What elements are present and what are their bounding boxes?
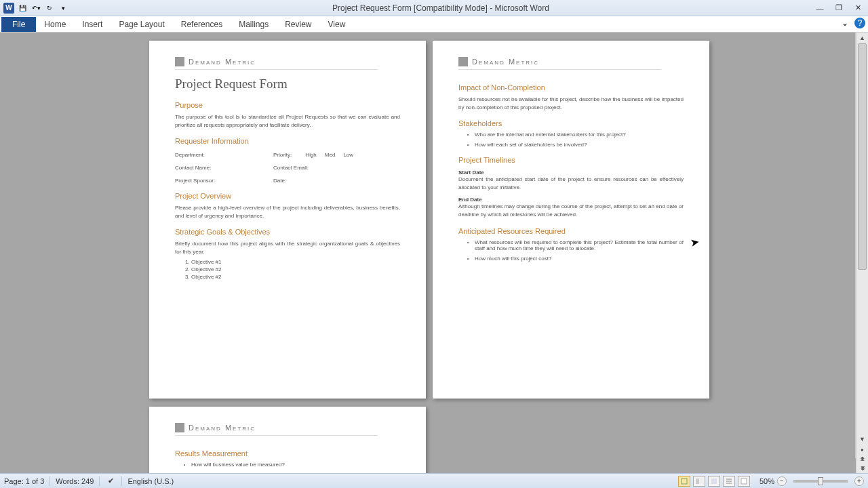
page-1[interactable]: Demand Metric Project Request Form Purpo… (149, 41, 426, 399)
results-list: How will business value be measured? (191, 462, 400, 468)
brand-header: Demand Metric (175, 423, 378, 436)
overview-body: Please provide a high-level overview of … (175, 204, 400, 220)
tab-view[interactable]: View (320, 17, 354, 32)
brand-header: Demand Metric (458, 57, 661, 70)
tab-home[interactable]: Home (36, 17, 74, 32)
zoom-level[interactable]: 50% (760, 477, 774, 485)
scroll-up-icon[interactable]: ▲ (856, 33, 868, 43)
scroll-down-icon[interactable]: ▼ (856, 434, 868, 445)
status-words[interactable]: Words: 249 (56, 477, 94, 485)
end-date-body: Although timelines may change during the… (458, 203, 684, 218)
stakeholder-q1: Who are the internal and external stakeh… (475, 131, 684, 138)
help-icon[interactable]: ? (854, 18, 865, 28)
zoom-slider[interactable] (793, 480, 848, 483)
next-page-icon[interactable]: ⯯ (856, 464, 868, 473)
undo-icon[interactable]: ↶▾ (30, 2, 42, 14)
brand-logo-icon (175, 57, 184, 66)
results-q1: How will business value be measured? (191, 462, 400, 468)
view-outline-icon[interactable] (723, 476, 735, 487)
scroll-thumb[interactable] (858, 43, 867, 270)
scroll-track[interactable] (856, 43, 868, 434)
heading-timelines: Project Timelines (458, 156, 684, 164)
view-print-layout-icon[interactable] (678, 476, 690, 487)
label-contact-email: Contact Email: (273, 165, 400, 171)
heading-results: Results Measurement (175, 449, 400, 458)
page-2[interactable]: Demand Metric Impact of Non-Completion S… (433, 41, 709, 399)
resources-q2: How much will this project cost? (475, 256, 684, 262)
window-title: Project Request Form [Compatibility Mode… (69, 3, 812, 13)
status-language[interactable]: English (U.S.) (127, 477, 174, 485)
objective-3: Objective #2 (191, 274, 400, 280)
heading-resources: Anticipated Resources Required (458, 227, 684, 235)
word-app-icon[interactable]: W (3, 2, 15, 14)
brand-text: Demand Metric (189, 424, 256, 432)
priority-high: High (305, 152, 316, 158)
ribbon-minimize-icon[interactable]: ⌄ (840, 18, 850, 28)
view-full-screen-icon[interactable] (693, 476, 705, 487)
tab-page-layout[interactable]: Page Layout (111, 17, 172, 32)
quick-access-toolbar: W 💾 ↶▾ ↻ ▾ (3, 2, 69, 14)
brand-logo-icon (175, 423, 184, 432)
label-start-date: Start Date (458, 169, 684, 176)
vertical-scrollbar[interactable]: ▲ ▼ ● ⯭ ⯯ (856, 33, 868, 473)
page-3[interactable]: Demand Metric Results Measurement How wi… (149, 407, 426, 473)
prev-page-icon[interactable]: ⯭ (856, 454, 868, 464)
proofing-icon[interactable]: ✔ (105, 476, 116, 487)
close-button[interactable]: ✕ (850, 3, 865, 14)
stakeholders-list: Who are the internal and external stakeh… (475, 131, 684, 148)
label-contact-name: Contact Name: (175, 165, 273, 171)
tab-references[interactable]: References (173, 17, 231, 32)
svg-rect-3 (711, 479, 717, 484)
heading-impact: Impact of Non-Completion (458, 83, 684, 92)
heading-strategic-goals: Strategic Goals & Objectives (175, 228, 400, 236)
tab-insert[interactable]: Insert (74, 17, 111, 32)
status-page[interactable]: Page: 1 of 3 (4, 477, 44, 485)
req-row-sponsor: Project Sponsor: Date: (175, 178, 400, 184)
req-row-dept: Department: Priority: High Med Low (175, 152, 400, 158)
zoom-slider-thumb[interactable] (818, 477, 823, 485)
purpose-body: The purpose of this tool is to standardi… (175, 113, 400, 129)
heading-requester-info: Requester Information (175, 137, 400, 145)
label-priority: Priority: High Med Low (273, 152, 400, 158)
zoom-out-button[interactable]: − (777, 476, 787, 486)
browse-object-icon[interactable]: ● (856, 445, 868, 454)
resources-q1: What resources will be required to compl… (475, 239, 684, 251)
svg-rect-2 (699, 479, 703, 484)
brand-text: Demand Metric (189, 58, 256, 66)
objectives-list: Objective #1 Objective #2 Objective #2 (191, 259, 400, 280)
save-icon[interactable]: 💾 (16, 2, 28, 14)
pages-container: Demand Metric Project Request Form Purpo… (0, 33, 856, 473)
restore-button[interactable]: ❐ (831, 3, 846, 14)
heading-project-overview: Project Overview (175, 192, 400, 200)
tab-review[interactable]: Review (277, 17, 319, 32)
label-department: Department: (175, 152, 273, 158)
tab-mailings[interactable]: Mailings (231, 17, 277, 32)
resources-list: What resources will be required to compl… (475, 239, 684, 262)
brand-logo-icon (458, 57, 468, 66)
svg-rect-1 (696, 479, 699, 484)
impact-body: Should resources not be available for th… (458, 96, 684, 111)
minimize-button[interactable]: — (812, 3, 827, 14)
zoom-in-button[interactable]: + (854, 476, 864, 486)
priority-med: Med (325, 152, 336, 158)
svg-rect-7 (741, 479, 747, 484)
view-web-layout-icon[interactable] (708, 476, 720, 487)
redo-icon[interactable]: ↻ (43, 2, 56, 14)
qat-customize-icon[interactable]: ▾ (57, 2, 69, 14)
start-date-body: Document the anticipated start date of t… (458, 176, 684, 191)
document-workspace[interactable]: ◧ Demand Metric Project Request Form Pur… (0, 33, 856, 473)
ribbon-tabs: File Home Insert Page Layout References … (0, 16, 868, 33)
doc-title: Project Request Form (175, 77, 400, 92)
view-draft-icon[interactable] (738, 476, 750, 487)
label-date: Date: (273, 178, 400, 184)
objective-2: Objective #2 (191, 266, 400, 272)
stakeholder-q2: How will each set of stakeholders be inv… (475, 142, 684, 148)
status-bar: Page: 1 of 3 Words: 249 ✔ English (U.S.)… (0, 473, 868, 488)
heading-purpose: Purpose (175, 101, 400, 109)
title-bar: W 💾 ↶▾ ↻ ▾ Project Request Form [Compati… (0, 0, 868, 16)
brand-text: Demand Metric (472, 58, 539, 66)
goals-body: Briefly document how this project aligns… (175, 240, 400, 256)
label-sponsor: Project Sponsor: (175, 178, 273, 184)
heading-stakeholders: Stakeholders (458, 119, 684, 127)
tab-file[interactable]: File (1, 17, 36, 32)
